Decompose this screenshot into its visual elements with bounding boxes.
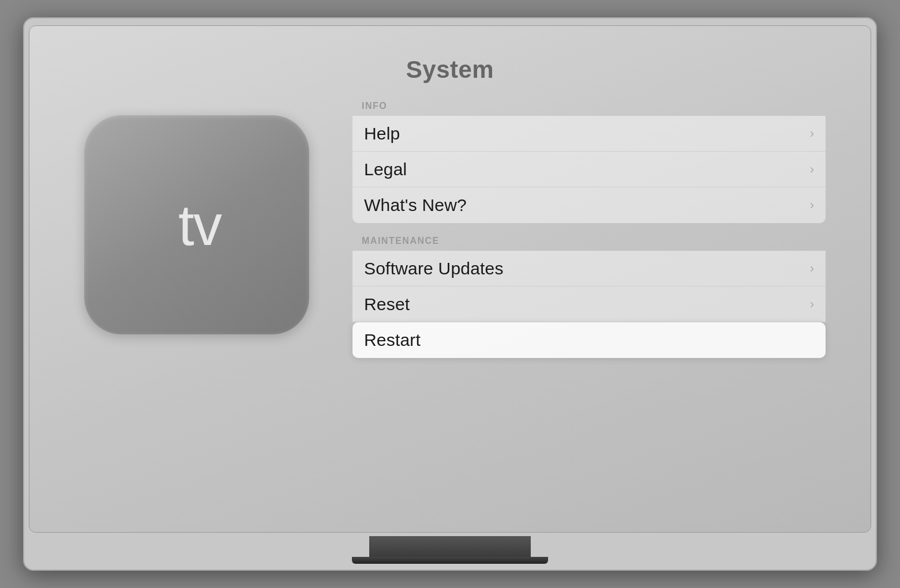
- menu-item-label-restart: Restart: [364, 330, 421, 350]
- menu-item-label-whats-new: What's New?: [364, 195, 467, 215]
- menu-item-label-software-updates: Software Updates: [364, 259, 504, 278]
- menu-item-reset[interactable]: Reset ›: [352, 287, 826, 322]
- menu-group-maintenance: MAINTENANCE Software Updates › Reset › R…: [352, 236, 826, 358]
- tv-screen: System tv INFO Help › Legal: [29, 25, 871, 533]
- menu-item-label-legal: Legal: [364, 160, 407, 179]
- chevron-icon-software-updates: ›: [810, 261, 814, 276]
- menu-item-label-help: Help: [364, 124, 400, 144]
- apple-tv-logo-box: tv: [84, 115, 309, 334]
- logo-content: tv: [172, 192, 221, 258]
- menu-group-info: INFO Help › Legal › What's New? ›: [352, 101, 826, 223]
- chevron-icon-reset: ›: [810, 297, 814, 312]
- menu-item-label-reset: Reset: [364, 295, 410, 314]
- chevron-icon-whats-new: ›: [810, 198, 814, 213]
- chevron-icon-help: ›: [810, 126, 814, 141]
- tv-label: tv: [178, 192, 221, 258]
- menu-item-restart[interactable]: Restart: [352, 322, 826, 358]
- menu-item-legal[interactable]: Legal ›: [352, 152, 826, 187]
- logo-area: tv: [84, 115, 315, 340]
- tv-frame: System tv INFO Help › Legal: [23, 17, 877, 571]
- tv-stand: [369, 536, 531, 564]
- section-label-info: INFO: [352, 101, 826, 111]
- menu-area: INFO Help › Legal › What's New? › MAINTE…: [352, 101, 826, 371]
- menu-item-whats-new[interactable]: What's New? ›: [352, 187, 826, 223]
- menu-item-software-updates[interactable]: Software Updates ›: [352, 251, 826, 287]
- page-title: System: [406, 56, 494, 84]
- section-label-maintenance: MAINTENANCE: [352, 236, 826, 246]
- chevron-icon-legal: ›: [810, 162, 814, 177]
- menu-item-help[interactable]: Help ›: [352, 116, 826, 152]
